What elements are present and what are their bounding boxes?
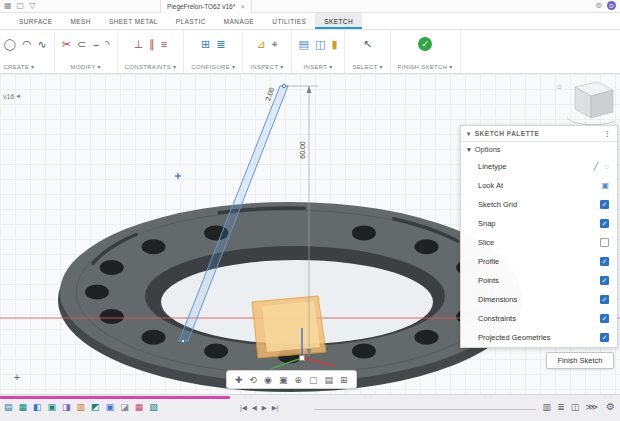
- profile-checkbox[interactable]: ✓: [600, 257, 609, 266]
- browser-collapsed-tag[interactable]: v16 ◂: [3, 92, 20, 100]
- grid-settings-icon[interactable]: ⊞: [340, 375, 348, 385]
- timeline-list-icon[interactable]: ≣: [557, 402, 565, 412]
- dimension-height-label[interactable]: 60.00: [299, 141, 306, 159]
- timeline-scrubber-track[interactable]: [314, 409, 536, 410]
- timeline-extrude-icon[interactable]: ◧: [33, 402, 42, 412]
- points-checkbox[interactable]: ✓: [600, 276, 609, 285]
- notification-icon[interactable]: ⊚: [595, 1, 602, 10]
- timeline-fillet-icon[interactable]: ◩: [91, 402, 100, 412]
- fillet-icon[interactable]: ◝: [105, 38, 109, 51]
- spline-icon[interactable]: ∿: [38, 38, 47, 51]
- toolbar-group-modify: ✂⊂⌣◝MODIFY ▾: [55, 30, 118, 73]
- go-to-end-icon[interactable]: ▶|: [272, 404, 279, 412]
- toolbar-label-configure[interactable]: CONFIGURE ▾: [191, 63, 235, 70]
- toolbar-label-create[interactable]: CREATE ▾: [3, 63, 34, 70]
- projected-geometries-checkbox[interactable]: ✓: [600, 333, 609, 342]
- menu-tab-plastic[interactable]: PLASTIC: [167, 13, 215, 29]
- insert-image-icon[interactable]: ▤: [299, 38, 309, 51]
- timeline-combine-icon[interactable]: ▦: [135, 402, 144, 412]
- toolbar-label-finish-sketch[interactable]: FINISH SKETCH ▾: [398, 63, 453, 70]
- sketch-grid-checkbox[interactable]: ✓: [600, 200, 609, 209]
- toolbar-label-modify[interactable]: MODIFY ▾: [71, 63, 101, 70]
- circle-icon[interactable]: ◯: [4, 38, 16, 51]
- palette-collapse-icon[interactable]: ▾: [467, 130, 471, 138]
- insert-mesh-icon[interactable]: ◫: [315, 38, 325, 51]
- nav-toolbar: ✚⟲◉▣⊕▢▤⊞: [226, 370, 357, 389]
- save-icon[interactable]: ▽: [29, 1, 35, 10]
- equal-constraint-icon[interactable]: ≡: [161, 38, 167, 50]
- play-icon[interactable]: ▶: [262, 404, 267, 412]
- finish-sketch-check-icon[interactable]: ✓: [418, 37, 432, 51]
- timeline-settings-gear-icon[interactable]: ⚙: [606, 401, 615, 412]
- timeline-group-icon[interactable]: ▥: [543, 402, 552, 412]
- palette-options-section[interactable]: ▾ Options: [461, 142, 617, 157]
- palette-menu-icon[interactable]: ⋮: [604, 130, 611, 138]
- sketch-point[interactable]: [175, 173, 181, 179]
- timeline-split-icon[interactable]: ◫: [571, 402, 580, 412]
- orbit-icon[interactable]: ⟲: [250, 375, 258, 385]
- section-analysis-icon[interactable]: ⌖: [271, 38, 277, 51]
- menu-tab-sheet-metal[interactable]: SHEET METAL: [100, 13, 167, 29]
- viewcube-home-icon[interactable]: ⌂: [557, 82, 562, 91]
- account-avatar[interactable]: D: [607, 1, 616, 10]
- sketch-palette-panel: ▾ SKETCH PALETTE ⋮ ▾ Options Linetype╱◌L…: [460, 125, 618, 348]
- linetype-normal-icon[interactable]: ╱: [593, 162, 598, 171]
- fit-icon[interactable]: ▢: [309, 375, 318, 385]
- pan-icon[interactable]: ✚: [235, 375, 243, 385]
- slice-checkbox[interactable]: [600, 238, 609, 247]
- menu-tab-sketch[interactable]: SKETCH: [315, 13, 362, 29]
- toolbar-label-insert[interactable]: INSERT ▾: [304, 63, 333, 70]
- look-at-icon[interactable]: ◉: [264, 375, 272, 385]
- document-tab[interactable]: PiegeFrelon-TO62 v16* ✕: [160, 0, 252, 13]
- menu-tab-manage[interactable]: MANAGE: [215, 13, 264, 29]
- timeline-hole-icon[interactable]: ▥: [77, 402, 86, 412]
- snap-checkbox[interactable]: ✓: [600, 219, 609, 228]
- timeline-offset-icon[interactable]: ▧: [149, 402, 158, 412]
- timeline-feature-icon[interactable]: ▣: [48, 402, 57, 412]
- dimension-width-label[interactable]: 2.00: [264, 86, 275, 101]
- sketch-palette-header[interactable]: ▾ SKETCH PALETTE ⋮: [461, 126, 617, 142]
- parallel-constraint-icon[interactable]: ∥: [149, 38, 155, 51]
- toolbar-label-select[interactable]: SELECT ▾: [352, 63, 382, 70]
- timeline-mirror-icon[interactable]: ◪: [120, 402, 129, 412]
- insert-mcmaster-icon[interactable]: ▮: [331, 38, 337, 51]
- app-grid-icon[interactable]: ▦: [4, 1, 12, 10]
- dimensions-checkbox[interactable]: ✓: [600, 295, 609, 304]
- menu-tab-utilities[interactable]: UTILITIES: [263, 13, 315, 29]
- timeline-expand-icon[interactable]: ⋙: [585, 402, 598, 412]
- config-table-icon[interactable]: ≣: [216, 38, 225, 51]
- linetype-construction-icon[interactable]: ◌: [604, 162, 609, 171]
- timeline-home-icon[interactable]: ▤: [4, 402, 13, 412]
- viewport[interactable]: 60.00 2.00 v16 ◂ ⌂ ▾ SKETCH PALETTE ⋮: [0, 74, 620, 394]
- close-tab-icon[interactable]: ✕: [240, 3, 245, 10]
- select-cursor-icon[interactable]: ↖: [363, 38, 372, 51]
- toolbar-label-inspect[interactable]: INSPECT ▾: [250, 63, 283, 70]
- extend-icon[interactable]: ⊂: [77, 38, 86, 51]
- arc-icon[interactable]: ◠: [22, 38, 32, 51]
- construction-plane[interactable]: [252, 296, 326, 358]
- measure-icon[interactable]: ⊿: [256, 38, 265, 51]
- menu-tab-surface[interactable]: SURFACE: [10, 13, 62, 29]
- constraints-checkbox[interactable]: ✓: [600, 314, 609, 323]
- step-back-icon[interactable]: ◀: [252, 404, 257, 412]
- trim-icon[interactable]: ✂: [62, 38, 71, 51]
- configuration-icon[interactable]: ⊞: [201, 38, 210, 51]
- file-tab-icon[interactable]: ▢: [17, 1, 25, 10]
- options-collapse-icon[interactable]: ▾: [467, 145, 471, 154]
- ring-flange-model[interactable]: [58, 202, 522, 392]
- menu-tab-mesh[interactable]: MESH: [62, 13, 100, 29]
- zoom-icon[interactable]: ⊕: [294, 375, 302, 385]
- timeline-pattern-icon[interactable]: ◨: [62, 402, 71, 412]
- perpendicular-constraint-icon[interactable]: ⊥: [134, 38, 144, 51]
- zoom-window-icon[interactable]: ▣: [279, 375, 288, 385]
- add-tab-button[interactable]: +: [10, 370, 24, 384]
- go-to-start-icon[interactable]: |◀: [240, 404, 247, 412]
- finish-sketch-button[interactable]: Finish Sketch: [546, 352, 614, 369]
- toolbar-label-constraints[interactable]: CONSTRAINTS ▾: [125, 63, 177, 70]
- browser-collapse-icon[interactable]: ◂: [16, 92, 20, 100]
- timeline-sketch-icon[interactable]: ▦: [19, 402, 28, 412]
- display-settings-icon[interactable]: ▤: [325, 375, 334, 385]
- offset-icon[interactable]: ⌣: [92, 38, 99, 51]
- look-at-row-icon[interactable]: ▣: [601, 181, 609, 190]
- timeline-shell-icon[interactable]: ▣: [106, 402, 115, 412]
